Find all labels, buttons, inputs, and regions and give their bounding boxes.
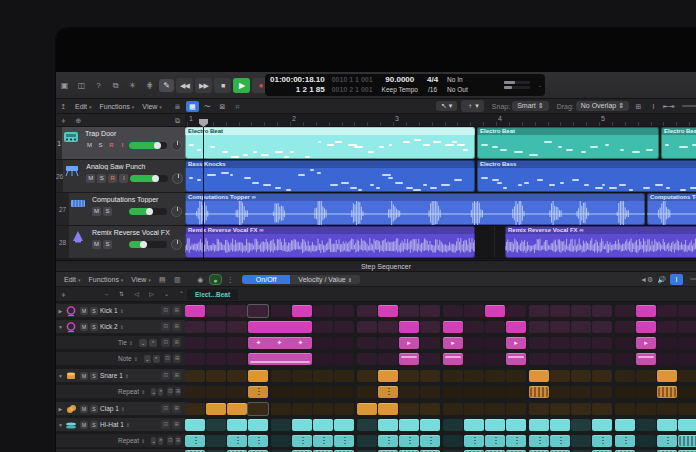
step-cell-24[interactable] bbox=[678, 337, 696, 349]
step-cell-11[interactable] bbox=[399, 435, 419, 447]
increment-button[interactable]: ⌃ bbox=[153, 355, 160, 363]
track-lane-26[interactable]: Bass KnocksElectro Bass bbox=[185, 160, 696, 193]
library-toggle-icon[interactable]: ▣ bbox=[57, 79, 72, 92]
track-s-button[interactable]: S bbox=[96, 141, 105, 150]
catch-playhead-icon[interactable]: ⌗ bbox=[231, 101, 244, 112]
step-cell-10[interactable] bbox=[378, 305, 398, 317]
step-cell-22[interactable] bbox=[636, 419, 656, 431]
step-cell-14[interactable] bbox=[464, 419, 484, 431]
step-cell-22[interactable]: ▸ bbox=[636, 337, 656, 349]
value-mode-selector[interactable]: Velocity / Value ⇕ bbox=[290, 275, 360, 284]
track-header-1[interactable]: 1›Trap DoorMSRI bbox=[56, 127, 185, 160]
step-cell-24[interactable] bbox=[678, 419, 696, 431]
region-computations-topper[interactable]: Computations Topper ∞ bbox=[647, 193, 696, 225]
row-link-icon[interactable]: ⊡ bbox=[161, 404, 170, 413]
step-cell-9[interactable] bbox=[357, 337, 377, 349]
seq-view-menu[interactable]: View ▾ bbox=[127, 276, 155, 283]
step-cell-5[interactable] bbox=[271, 370, 291, 382]
row-link-icon[interactable]: ⊡ bbox=[161, 371, 170, 380]
step-cell-3[interactable] bbox=[227, 403, 247, 415]
step-cell-13[interactable] bbox=[443, 353, 463, 365]
decrement-button[interactable]: ⌄ bbox=[151, 388, 156, 396]
step-cell-16[interactable] bbox=[506, 419, 526, 431]
step-cell-12[interactable] bbox=[420, 370, 440, 382]
step-cell-16[interactable] bbox=[506, 353, 526, 365]
step-cell-24[interactable] bbox=[678, 435, 696, 447]
step-cell-12[interactable] bbox=[420, 321, 440, 333]
step-cell-18[interactable] bbox=[550, 386, 570, 398]
step-cell-4[interactable] bbox=[248, 370, 268, 382]
step-cell-23[interactable] bbox=[657, 370, 677, 382]
track-header-28[interactable]: 28Remix Reverse Vocal FXMS bbox=[56, 226, 185, 259]
step-cell-19[interactable] bbox=[571, 419, 591, 431]
play-button[interactable]: ▶ bbox=[233, 78, 250, 93]
text-tool-icon[interactable]: I bbox=[647, 101, 660, 112]
info-tool-button[interactable]: I bbox=[670, 274, 683, 285]
step-cell-24[interactable] bbox=[678, 353, 696, 365]
step-cell-1[interactable] bbox=[185, 337, 205, 349]
collision-icon[interactable]: ⊞ bbox=[632, 101, 645, 112]
region-electro-beat[interactable]: Electro Beat bbox=[661, 127, 696, 159]
step-cell-16[interactable] bbox=[506, 321, 526, 333]
step-cell-10[interactable] bbox=[378, 386, 398, 398]
display-mode-icon[interactable]: ⧉ bbox=[108, 79, 123, 92]
step-cell-17[interactable] bbox=[529, 353, 549, 365]
step-cell-5[interactable] bbox=[271, 403, 291, 415]
row-name-stepper[interactable]: ⇕ bbox=[126, 422, 130, 428]
step-cell-2[interactable] bbox=[206, 386, 226, 398]
step-cell-12[interactable] bbox=[420, 419, 440, 431]
step-cell-8[interactable] bbox=[334, 403, 354, 415]
step-cell-19[interactable] bbox=[571, 337, 591, 349]
step-cell-23[interactable] bbox=[657, 386, 677, 398]
preview-speaker-icon[interactable]: 🔊 bbox=[655, 274, 668, 285]
octave-down-icon[interactable]: ⌄ bbox=[160, 289, 173, 300]
step-cell-9[interactable] bbox=[357, 435, 377, 447]
disclosure-expanded-icon[interactable]: ▼ bbox=[56, 422, 65, 428]
lcd-expand-chevron-icon[interactable]: ⌄ bbox=[538, 82, 542, 88]
row-settings-icon[interactable]: ⊞ bbox=[175, 387, 181, 396]
step-cell-9[interactable] bbox=[357, 353, 377, 365]
auto-settings-icon[interactable]: ◄⚙ bbox=[640, 274, 653, 285]
track-lane-27[interactable]: Computations Topper ∞Computations Topper… bbox=[185, 193, 696, 226]
step-cell-3[interactable] bbox=[227, 386, 247, 398]
step-cell-17[interactable] bbox=[529, 321, 549, 333]
row-settings-icon[interactable]: ⊞ bbox=[172, 371, 181, 380]
track-s-button[interactable]: S bbox=[103, 240, 112, 249]
step-cell-11[interactable] bbox=[399, 370, 419, 382]
forward-button[interactable]: ▶▶ bbox=[195, 78, 212, 93]
region-electro-beat[interactable]: Electro Beat bbox=[185, 127, 475, 159]
step-cell-15[interactable] bbox=[485, 305, 505, 317]
step-cell-4[interactable] bbox=[248, 305, 268, 317]
step-cell-3[interactable] bbox=[227, 321, 247, 333]
pointer-tool-selector[interactable]: ↖ ▾ bbox=[436, 101, 457, 111]
step-cell-1[interactable] bbox=[185, 305, 205, 317]
step-cell-1[interactable] bbox=[185, 386, 205, 398]
step-cell-6[interactable] bbox=[292, 419, 312, 431]
step-cell-5[interactable] bbox=[271, 386, 291, 398]
row-link-icon[interactable]: ⊡ bbox=[161, 420, 170, 429]
step-cell-5[interactable] bbox=[271, 305, 291, 317]
step-cell-3[interactable] bbox=[227, 305, 247, 317]
step-cell-20[interactable] bbox=[592, 419, 612, 431]
step-cell-9[interactable] bbox=[357, 321, 377, 333]
row-name-stepper[interactable]: ⇕ bbox=[121, 406, 125, 412]
step-cell-21[interactable] bbox=[615, 403, 635, 415]
volume-slider[interactable] bbox=[129, 241, 167, 248]
regions-view-icon[interactable]: ≣ bbox=[171, 101, 184, 112]
smart-controls-icon[interactable]: ✳ bbox=[125, 79, 140, 92]
tracks-functions-menu[interactable]: Functions ▾ bbox=[96, 103, 139, 110]
step-cell-21[interactable] bbox=[615, 370, 635, 382]
more-options-icon[interactable]: ⋮ bbox=[224, 274, 237, 285]
step-cell-18[interactable] bbox=[550, 403, 570, 415]
seq-functions-menu[interactable]: Functions ▾ bbox=[85, 276, 128, 283]
step-cell-20[interactable] bbox=[592, 386, 612, 398]
step-cell-15[interactable] bbox=[485, 386, 505, 398]
increment-button[interactable]: ⌃ bbox=[158, 437, 163, 445]
seq-edit-menu[interactable]: Edit ▾ bbox=[60, 276, 85, 283]
step-cell-19[interactable] bbox=[571, 321, 591, 333]
step-cell-12[interactable] bbox=[420, 435, 440, 447]
step-cell-10[interactable] bbox=[378, 321, 398, 333]
step-cell-6[interactable] bbox=[292, 403, 312, 415]
step-cell-21[interactable] bbox=[615, 305, 635, 317]
region-computations-topper[interactable]: Computations Topper ∞ bbox=[185, 193, 645, 225]
